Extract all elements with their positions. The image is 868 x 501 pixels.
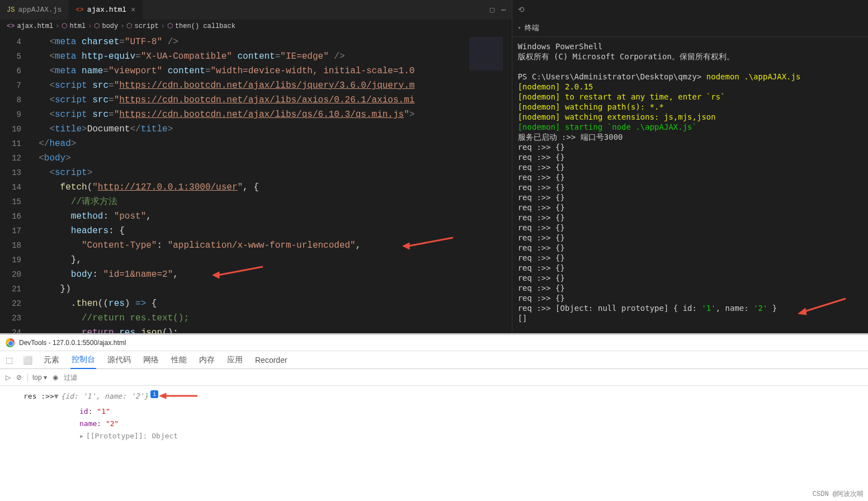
annotation-arrow xyxy=(213,264,268,289)
inspect-icon[interactable]: ⬚ xyxy=(6,356,13,365)
breadcrumb: <> ajax.html› ⬡html› ⬡body› ⬡script› ⬡th… xyxy=(0,20,512,32)
expand-icon[interactable]: ▼ xyxy=(54,390,59,405)
terminal-title: 终端 xyxy=(525,23,539,33)
close-icon[interactable]: × xyxy=(131,6,135,15)
svg-marker-7 xyxy=(159,393,166,399)
devtools-titlebar: DevTools - 127.0.0.1:5500/ajax.html xyxy=(0,335,868,351)
html-icon: <> xyxy=(76,6,83,14)
tab-label: appAJAX.js xyxy=(18,6,62,14)
tab-appajax[interactable]: JS appAJAX.js xyxy=(0,0,69,20)
console-output[interactable]: res :>> ▼ {id: '1', name: '2'} i id: "1"… xyxy=(0,386,868,447)
clear-icon[interactable]: ⊘ xyxy=(16,374,22,381)
eye-icon[interactable]: ◉ xyxy=(53,374,58,381)
file-icon: <> xyxy=(7,22,15,30)
context-selector[interactable]: top ▾ xyxy=(27,374,47,381)
annotation-arrow xyxy=(158,390,203,405)
device-icon[interactable]: ⬜ xyxy=(23,356,32,365)
annotation-arrow xyxy=(403,235,459,259)
tab-label: ajax.html xyxy=(87,6,126,14)
filter-input[interactable] xyxy=(64,374,862,381)
tab-performance[interactable]: 性能 xyxy=(170,352,188,368)
console-toolbar: ▷ ⊘ top ▾ ◉ xyxy=(0,369,868,386)
terminal-header[interactable]: ▾ 终端 xyxy=(512,20,868,37)
svg-line-4 xyxy=(801,299,846,313)
svg-marker-5 xyxy=(798,308,806,315)
svg-line-1 xyxy=(408,238,453,246)
tab-elements[interactable]: 元素 xyxy=(43,352,60,368)
devtools-panel: DevTools - 127.0.0.1:5500/ajax.html ⬚ ⬜ … xyxy=(0,333,868,501)
js-icon: JS xyxy=(7,6,15,14)
tab-console[interactable]: 控制台 xyxy=(70,351,96,369)
more-icon[interactable]: ⋯ xyxy=(501,5,506,15)
annotation-arrow xyxy=(795,296,851,320)
debug-icon[interactable]: ⟲ xyxy=(518,5,525,15)
tab-application[interactable]: 应用 xyxy=(226,352,244,368)
chevron-down-icon: ▾ xyxy=(518,25,521,31)
tab-ajax-html[interactable]: <> ajax.html × xyxy=(69,0,143,20)
tab-network[interactable]: 网络 xyxy=(142,352,160,368)
terminal-tab-bar: ⟲ xyxy=(512,0,868,20)
tab-sources[interactable]: 源代码 xyxy=(106,352,132,368)
watermark: CSDN @阿波次嘚 xyxy=(813,489,864,499)
tab-memory[interactable]: 内存 xyxy=(198,352,216,368)
editor-tabs: JS appAJAX.js <> ajax.html × ▢ ⋯ xyxy=(0,0,512,20)
info-icon[interactable]: i xyxy=(150,390,158,398)
play-icon[interactable]: ▷ xyxy=(6,374,11,381)
expand-icon[interactable]: ▸ xyxy=(79,432,84,440)
devtools-tabs: ⬚ ⬜ 元素 控制台 源代码 网络 性能 内存 应用 Recorder xyxy=(0,351,868,369)
console-message: res :>> xyxy=(23,390,54,405)
split-icon[interactable]: ▢ xyxy=(490,5,494,15)
devtools-title: DevTools - 127.0.0.1:5500/ajax.html xyxy=(19,339,126,347)
svg-line-3 xyxy=(218,267,263,275)
chrome-icon xyxy=(6,338,15,347)
object-preview: {id: '1', name: '2'} xyxy=(61,390,149,405)
tab-recorder[interactable]: Recorder xyxy=(254,352,289,368)
